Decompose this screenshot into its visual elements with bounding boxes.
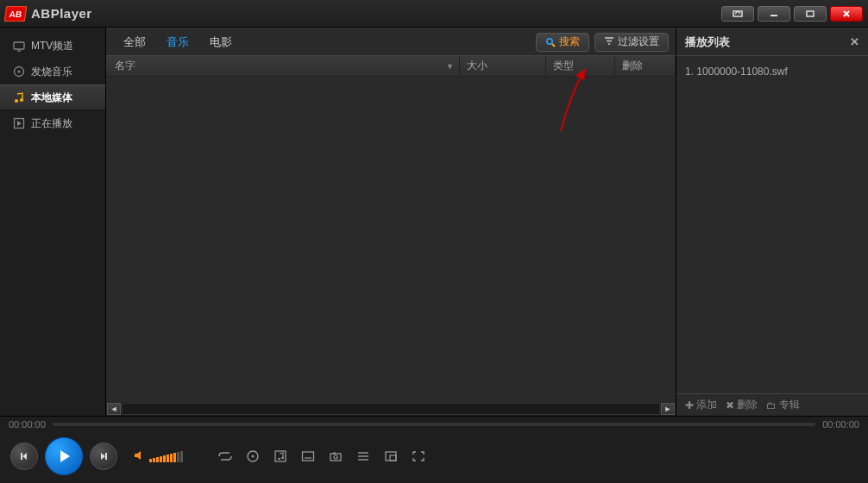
app-logo: AB <box>4 6 28 22</box>
playlist-close-button[interactable]: ✕ <box>850 35 859 48</box>
svg-rect-24 <box>330 454 341 461</box>
svg-rect-3 <box>14 42 24 49</box>
time-total: 00:00:00 <box>822 419 859 430</box>
svg-rect-12 <box>605 37 613 39</box>
sidebar-item-fever-music[interactable]: 发烧音乐 <box>0 59 105 85</box>
play-square-icon <box>12 116 26 130</box>
prev-button[interactable] <box>10 442 38 470</box>
svg-point-6 <box>18 71 21 73</box>
svg-rect-0 <box>733 11 742 16</box>
svg-point-18 <box>252 455 255 458</box>
playlist-item[interactable]: 1. 1000000-11080.swf <box>685 63 859 80</box>
sidebar-item-label: MTV频道 <box>31 39 73 53</box>
tab-movie[interactable]: 电影 <box>199 30 242 54</box>
sidebar-item-local-media[interactable]: 本地媒体 <box>0 85 105 110</box>
toolbar-icons <box>217 449 426 463</box>
time-bar: 00:00:00 00:00:00 <box>0 416 868 431</box>
column-name-label: 名字 <box>115 59 135 73</box>
svg-point-7 <box>15 99 18 103</box>
horizontal-scrollbar[interactable]: ◄ ► <box>106 402 676 416</box>
folder-icon: 🗀 <box>766 399 777 411</box>
svg-rect-2 <box>807 11 814 16</box>
column-type[interactable]: 类型 <box>546 56 615 76</box>
disc-tool-icon[interactable] <box>245 449 261 463</box>
search-button-label: 搜索 <box>559 34 580 49</box>
svg-point-10 <box>547 38 552 43</box>
scroll-left-button[interactable]: ◄ <box>107 403 121 415</box>
playlist-item-index: 1. <box>685 66 694 78</box>
capture-icon[interactable] <box>328 449 343 463</box>
playlist-delete-label: 删除 <box>737 398 758 412</box>
list-icon[interactable] <box>355 449 371 463</box>
play-button[interactable] <box>45 437 83 475</box>
sidebar-item-now-playing[interactable]: 正在播放 <box>0 110 105 136</box>
music-tool-icon[interactable] <box>273 449 288 463</box>
svg-rect-19 <box>275 451 286 461</box>
seek-track[interactable] <box>53 423 815 426</box>
playlist-title: 播放列表 <box>685 34 730 50</box>
table-header: 名字 ▼ 大小 类型 删除 <box>106 56 676 77</box>
svg-rect-15 <box>21 453 22 460</box>
svg-rect-16 <box>105 453 107 460</box>
playlist-item-name: 1000000-11080.swf <box>696 66 787 78</box>
svg-point-20 <box>278 458 280 461</box>
svg-point-8 <box>20 98 23 102</box>
sidebar-item-label: 正在播放 <box>31 116 72 131</box>
svg-rect-13 <box>607 41 612 42</box>
close-button[interactable] <box>830 6 863 22</box>
playlist-body: 1. 1000000-11080.swf <box>676 56 868 393</box>
sidebar-item-mtv[interactable]: MTV频道 <box>0 33 105 59</box>
column-type-label: 类型 <box>553 59 574 73</box>
search-icon <box>545 37 556 47</box>
time-elapsed: 00:00:00 <box>9 419 46 430</box>
playlist-add-label: 添加 <box>696 398 717 412</box>
minimize-button[interactable] <box>758 6 790 22</box>
playlist-header: 播放列表 ✕ <box>676 28 868 56</box>
tab-all[interactable]: 全部 <box>113 30 156 54</box>
scrollbar-track[interactable] <box>122 403 660 415</box>
filter-button[interactable]: 过滤设置 <box>594 33 669 52</box>
svg-rect-26 <box>333 453 336 455</box>
sidebar-item-label: 发烧音乐 <box>31 65 72 79</box>
player-controls <box>0 431 868 481</box>
svg-rect-31 <box>390 455 396 461</box>
music-note-icon <box>12 91 26 104</box>
scroll-right-button[interactable]: ► <box>661 403 675 415</box>
svg-rect-30 <box>386 452 396 461</box>
svg-point-25 <box>334 455 337 459</box>
maximize-button[interactable] <box>794 6 827 22</box>
window-shrink-button[interactable] <box>721 6 754 22</box>
playlist-delete-button[interactable]: ✖ 删除 <box>726 398 758 412</box>
speaker-icon <box>133 449 145 464</box>
app-title: ABPlayer <box>31 6 92 21</box>
column-size[interactable]: 大小 <box>460 56 546 76</box>
tab-music[interactable]: 音乐 <box>156 30 199 54</box>
column-size-label: 大小 <box>467 59 487 73</box>
column-delete[interactable]: 删除 <box>615 56 676 76</box>
sidebar: MTV频道 发烧音乐 本地媒体 正在播放 <box>0 28 106 416</box>
subtitle-icon[interactable] <box>300 449 316 463</box>
svg-line-11 <box>552 44 555 47</box>
plus-icon: ✚ <box>685 399 694 411</box>
svg-rect-14 <box>608 43 610 45</box>
volume-bars[interactable] <box>149 451 183 462</box>
fullscreen-icon[interactable] <box>411 449 426 463</box>
filter-icon <box>604 35 614 48</box>
sidebar-item-label: 本地媒体 <box>31 91 72 105</box>
tabs-row: 全部 音乐 电影 搜索 过滤设置 <box>106 28 676 56</box>
sort-descending-icon: ▼ <box>446 62 454 71</box>
loop-icon[interactable] <box>217 449 233 463</box>
playlist-footer: ✚ 添加 ✖ 删除 🗀 专辑 <box>676 393 868 416</box>
search-button[interactable]: 搜索 <box>536 33 589 52</box>
disc-icon <box>12 65 26 78</box>
volume-control[interactable] <box>133 449 183 464</box>
playlist-album-label: 专辑 <box>779 398 800 412</box>
column-name[interactable]: 名字 ▼ <box>115 56 460 76</box>
next-button[interactable] <box>90 442 117 470</box>
window-tool-icon[interactable] <box>383 449 399 463</box>
svg-rect-22 <box>303 452 314 461</box>
playlist-album-button[interactable]: 🗀 专辑 <box>766 398 800 412</box>
titlebar: AB ABPlayer <box>0 0 868 28</box>
playlist-add-button[interactable]: ✚ 添加 <box>685 398 717 412</box>
tv-icon <box>12 39 26 53</box>
